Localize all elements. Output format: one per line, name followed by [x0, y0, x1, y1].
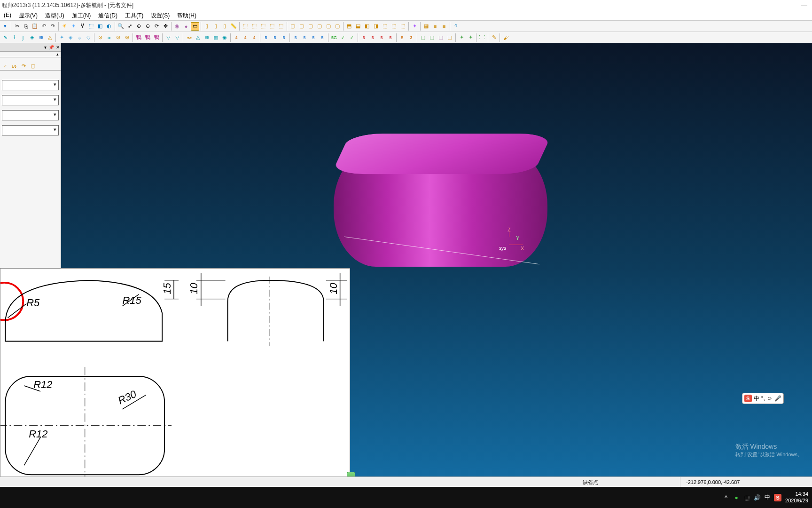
panel-pin-icon[interactable]: 📌 [48, 45, 54, 50]
chain-icon[interactable]: ⫘ [185, 33, 193, 42]
surf-icon[interactable]: ◬ [194, 33, 202, 42]
combo-2[interactable] [2, 95, 59, 105]
spiral-icon[interactable]: ◉ [220, 33, 229, 42]
op1-icon[interactable]: ⊙ [96, 33, 104, 42]
doc1-icon[interactable]: ▯ [203, 22, 211, 31]
ime-toolbar[interactable]: S 中 °, ☺ 🎤 [742, 393, 784, 404]
op4-icon[interactable]: ⊗ [123, 33, 131, 42]
ime-punct[interactable]: °, [761, 395, 765, 402]
tray-volume-icon[interactable]: 🔊 [753, 494, 761, 501]
pen-icon[interactable]: ✎ [490, 33, 498, 42]
tray-sogou-icon[interactable]: S [774, 494, 781, 501]
solid-icon[interactable]: ◉ [173, 22, 181, 31]
sq2-icon[interactable]: ▢ [428, 33, 436, 42]
doc3-icon[interactable]: ▯ [220, 22, 229, 31]
4ax3-icon[interactable]: 4 [250, 33, 258, 42]
star-icon[interactable]: ✦ [457, 33, 466, 42]
menu-help[interactable]: 帮助(H) [173, 10, 200, 20]
new-icon[interactable]: ▾ [1, 22, 9, 31]
ime-logo-icon[interactable]: S [744, 395, 752, 402]
menu-machining[interactable]: 加工(N) [68, 10, 95, 20]
tray-up-icon[interactable]: ^ [722, 494, 730, 501]
5g1-icon[interactable]: 5G [330, 33, 338, 42]
sphere-icon[interactable]: ● [182, 22, 190, 31]
5r2-icon[interactable]: 5 [368, 33, 377, 42]
view1-icon[interactable]: ⬒ [345, 22, 353, 31]
view3-icon[interactable]: ◧ [363, 22, 371, 31]
tray-ime-icon[interactable]: 中 [764, 494, 771, 501]
menu-view[interactable]: 显示(V) [15, 10, 41, 20]
surf3-icon[interactable]: ◬ [46, 33, 54, 42]
cube5-icon[interactable]: ▢ [324, 22, 333, 31]
filter-icon[interactable]: Ⴤ [78, 22, 86, 31]
menu-settings[interactable]: 设置(S) [147, 10, 173, 20]
txt2-icon[interactable]: 鴨 [143, 33, 152, 42]
view2-icon[interactable]: ⬓ [354, 22, 362, 31]
ime-mic-icon[interactable]: 🎤 [774, 395, 781, 402]
4ax2-icon[interactable]: 4 [241, 33, 250, 42]
help-icon[interactable]: ? [452, 22, 460, 31]
combo-4[interactable] [2, 125, 59, 135]
combo-1[interactable] [2, 80, 59, 90]
zoom-icon[interactable]: 🔍 [117, 22, 125, 31]
box5-icon[interactable]: ⬚ [277, 22, 285, 31]
view7-icon[interactable]: ⬚ [398, 22, 407, 31]
wave-icon[interactable]: ≋ [203, 33, 211, 42]
side-tab-4[interactable]: ▢ [28, 61, 38, 71]
tri2-icon[interactable]: ▽ [173, 33, 181, 42]
view4-icon[interactable]: ◨ [372, 22, 380, 31]
wire-icon[interactable]: ⬚ [87, 22, 95, 31]
box2-icon[interactable]: ⬚ [250, 22, 258, 31]
hide-icon[interactable]: ◐ [105, 22, 113, 31]
spark-icon[interactable]: ✦ [410, 22, 419, 31]
model-solid[interactable] [329, 119, 554, 283]
surf2-icon[interactable]: ≋ [37, 33, 45, 42]
cube6-icon[interactable]: ▢ [333, 22, 342, 31]
panel-close-icon[interactable]: ✕ [56, 45, 60, 50]
side-tab-3[interactable]: ↷ [19, 61, 28, 71]
side-tab-2[interactable]: ᔕ [9, 61, 19, 71]
txt3-icon[interactable]: 鴨 [152, 33, 161, 42]
grid-icon[interactable]: ▦ [422, 22, 430, 31]
num1-icon[interactable]: 5 [398, 33, 406, 42]
cut-icon[interactable]: ✂ [13, 22, 21, 31]
select-icon[interactable]: ▭ [191, 22, 199, 31]
mill3-icon[interactable]: ⟐ [75, 33, 84, 42]
side-tab-1[interactable]: ⟋ [0, 61, 9, 71]
5ax2-icon[interactable]: 5 [271, 33, 279, 42]
5b4-icon[interactable]: 5 [318, 33, 327, 42]
menu-edit[interactable]: (E) [0, 10, 15, 20]
box1-icon[interactable]: ⬚ [241, 22, 250, 31]
cube1-icon[interactable]: ▢ [289, 22, 297, 31]
tray-wechat-icon[interactable]: ● [733, 494, 740, 501]
shade-icon[interactable]: ◧ [96, 22, 104, 31]
curve2-icon[interactable]: ⌇ [10, 33, 18, 42]
menu-comms[interactable]: 通信(D) [94, 10, 121, 20]
view5-icon[interactable]: ⬚ [381, 22, 389, 31]
5ax3-icon[interactable]: 5 [280, 33, 288, 42]
5b1-icon[interactable]: 5 [291, 33, 300, 42]
menu-tools[interactable]: 工具(T) [121, 10, 147, 20]
ime-lang[interactable]: 中 [754, 395, 759, 403]
zoom-out-icon[interactable]: ⊖ [143, 22, 152, 31]
paste-icon[interactable]: 📋 [31, 22, 39, 31]
zoom-fit-icon[interactable]: ⤢ [125, 22, 134, 31]
panel-dropdown-icon[interactable]: ▾ [44, 45, 47, 50]
rotate-icon[interactable]: ⟳ [152, 22, 161, 31]
5r3-icon[interactable]: 5 [377, 33, 386, 42]
layer-icon[interactable]: ≡ [431, 22, 439, 31]
ruler-icon[interactable]: 📏 [229, 22, 238, 31]
sq3-icon[interactable]: ▢ [437, 33, 445, 42]
star2-icon[interactable]: ✦ [466, 33, 475, 42]
txt1-icon[interactable]: 鴨 [134, 33, 143, 42]
box3-icon[interactable]: ⬚ [259, 22, 267, 31]
undo-icon[interactable]: ↶ [39, 22, 48, 31]
mill1-icon[interactable]: ✦ [57, 33, 66, 42]
cube3-icon[interactable]: ▢ [306, 22, 315, 31]
view6-icon[interactable]: ⬚ [390, 22, 398, 31]
tray-network-icon[interactable]: ⬚ [743, 494, 750, 501]
sq4-icon[interactable]: ▢ [445, 33, 454, 42]
hatch-icon[interactable]: ▨ [211, 33, 220, 42]
taskbar-clock[interactable]: 14:34 2020/6/29 [785, 491, 808, 503]
brush-icon[interactable]: 🖌 [501, 33, 510, 42]
